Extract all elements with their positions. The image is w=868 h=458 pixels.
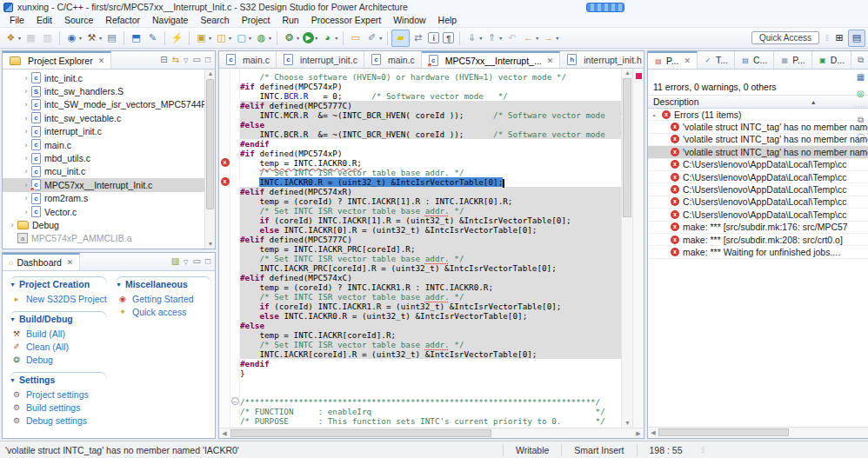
menu-item-navigate[interactable]: Navigate <box>146 14 194 27</box>
highlight-edit-button[interactable]: ▰ <box>391 30 410 47</box>
menu-item-run[interactable]: Run <box>276 14 304 27</box>
mark-occurrences-button[interactable]: i <box>426 30 441 47</box>
menu-item-source[interactable]: Source <box>58 14 99 27</box>
scroll-up-icon[interactable]: ▲ <box>205 70 216 78</box>
new-c-file-button[interactable]: ▢▾ <box>233 30 253 47</box>
menu-item-search[interactable]: Search <box>194 14 235 27</box>
expander-icon[interactable]: › <box>22 74 30 83</box>
dashboard-link-debug-settings[interactable]: ⚙Debug settings <box>10 414 107 427</box>
open-perspective-button[interactable]: ⊞ <box>831 30 848 47</box>
save-all-button[interactable]: ▥ <box>39 30 56 47</box>
restore-minimized-view-icon[interactable]: ⧉ <box>855 54 867 66</box>
tree-item-debug[interactable]: ›Debug <box>3 218 204 231</box>
scroll-thumb[interactable] <box>623 78 631 217</box>
flash-button[interactable]: ⚡ <box>169 30 185 47</box>
dashboard-link-new-s32ds-project[interactable]: ▸New S32DS Project <box>10 292 107 305</box>
expander-icon[interactable]: › <box>22 154 30 163</box>
previous-annotation-button[interactable]: ⇑▾ <box>484 30 504 47</box>
editor-horizontal-scrollbar[interactable]: ◀ ▶ <box>218 428 644 439</box>
menu-item-help[interactable]: Help <box>432 14 464 27</box>
build-button[interactable]: ⚒▾ <box>83 30 103 47</box>
tree-item-mpc57xx-interrupt-init-c[interactable]: ›cxMPC57xx__Interrupt_Init.c <box>3 178 204 191</box>
tab-debugger-console[interactable]: ▣D... <box>812 51 851 69</box>
tree-item-intc-init-c[interactable]: ›cintc_init.c <box>3 71 204 84</box>
section-header-settings[interactable]: ▼Settings <box>10 375 107 385</box>
expander-icon[interactable]: › <box>22 87 30 96</box>
section-header-project-creation[interactable]: ▼Project Creation <box>10 279 107 289</box>
tab-project-explorer[interactable]: Project Explorer ✕ <box>3 51 111 69</box>
project-tree-scrollbar[interactable]: ▲ ▼ <box>204 70 215 249</box>
tree-item-vector-c[interactable]: ›cVector.c <box>3 205 204 218</box>
problem-row-8[interactable]: xC:\Users\lenovo\AppData\Local\Temp\ccfi <box>648 209 868 221</box>
tree-item-main-c[interactable]: ›cmain.c <box>3 138 204 151</box>
outline-view-icon[interactable]: ▦ <box>855 70 867 83</box>
chevron-down-icon[interactable]: ▾ <box>536 35 538 41</box>
problem-row-11[interactable]: xmake: *** Waiting for unfinished jobs..… <box>648 246 868 258</box>
error-marker-icon[interactable]: x <box>221 158 230 167</box>
problem-row-5[interactable]: xC:\Users\lenovo\AppData\Local\Temp\ccfi <box>648 171 868 183</box>
scroll-left-icon[interactable]: ◀ <box>648 428 658 437</box>
problem-row-10[interactable]: xmake: *** [src/subdir.mk:208: src/crt0.… <box>648 234 868 246</box>
problem-row-1[interactable]: x'volatile struct INTC_tag' has no membe… <box>648 121 868 133</box>
editor-tab-mpc57xx-interrupt[interactable]: cxMPC57xx__Interrupt_...✕ <box>422 51 560 68</box>
chevron-down-icon[interactable]: ▾ <box>335 35 337 41</box>
error-marker-icon[interactable]: x <box>221 177 230 186</box>
open-element-button[interactable]: ▭ <box>347 30 364 47</box>
tree-item-interrupt-init-c[interactable]: ›cinterrupt_init.c <box>3 125 204 138</box>
expander-icon[interactable]: › <box>22 167 30 176</box>
problem-row-4[interactable]: xC:\Users\lenovo\AppData\Local\Temp\ccfi <box>648 159 868 171</box>
chevron-down-icon[interactable]: ▾ <box>379 35 382 41</box>
dashboard-link-debug[interactable]: ❂Debug <box>10 353 107 366</box>
column-description[interactable]: Description ▲ <box>648 96 868 108</box>
scroll-thumb[interactable] <box>658 428 789 436</box>
tree-item-rom2ram-s[interactable]: ›crom2ram.s <box>3 192 204 205</box>
emulator-button[interactable]: ⬒ <box>128 30 144 47</box>
chevron-down-icon[interactable]: ▾ <box>79 35 82 41</box>
minimize-view-icon[interactable]: ▭ <box>193 257 201 266</box>
maximize-view-icon[interactable]: □ <box>205 56 210 64</box>
chevron-down-icon[interactable]: ▾ <box>99 35 102 41</box>
last-edit-location-button[interactable]: ↶ <box>504 30 520 47</box>
tree-item-intc-sw-vectable-c[interactable]: ›cintc_sw_vectable.c <box>3 111 204 124</box>
menu-item-refactor[interactable]: Refactor <box>99 14 146 27</box>
chevron-down-icon[interactable]: ▾ <box>479 35 482 41</box>
problem-row-3[interactable]: x'volatile struct INTC_tag' has no membe… <box>648 146 868 158</box>
chevron-down-icon[interactable]: ▾ <box>18 35 21 41</box>
s32ds-tools-button[interactable]: ◉▾ <box>63 30 83 47</box>
expander-icon[interactable]: › <box>22 114 30 123</box>
maximize-view-icon[interactable]: □ <box>205 257 210 266</box>
menu-item-processor-expert[interactable]: Processor Expert <box>305 14 388 27</box>
problem-row-6[interactable]: xC:\Users\lenovo\AppData\Local\Temp\ccfi <box>648 183 868 196</box>
chevron-down-icon[interactable]: ▾ <box>269 35 271 41</box>
menu-item-window[interactable]: Window <box>387 14 431 27</box>
tree-item-mbd-utils-c[interactable]: ›cmbd_utils.c <box>3 151 204 164</box>
expander-icon[interactable]: › <box>22 194 30 202</box>
editor-vertical-scrollbar[interactable]: ▲ ▼ <box>621 69 632 428</box>
scroll-left-icon[interactable]: ◀ <box>219 428 230 438</box>
menu-item-file[interactable]: File <box>3 14 30 27</box>
tab-dashboard[interactable]: ⌂ Dashboard ✕ <box>3 253 80 270</box>
cpp-perspective-button[interactable]: ▤ <box>848 30 865 47</box>
chevron-down-icon[interactable]: ▾ <box>229 35 231 41</box>
chevron-down-icon[interactable]: ▾ <box>209 35 211 41</box>
chevron-down-icon[interactable]: ▾ <box>556 35 558 41</box>
tree-item-mpc574xp-ammclib-a[interactable]: aMPC574xP_AMMCLIB.a <box>3 232 204 245</box>
problems-group-errors[interactable]: ⌄xErrors (11 items) <box>648 109 868 121</box>
tree-item-mcu-init-c[interactable]: ›cmcu_init.c <box>3 165 204 178</box>
back-button[interactable]: ←▾ <box>520 30 540 47</box>
tree-item-intc-sw-mode-isr-vectors-mpc5744p-c[interactable]: ›cintc_SW_mode_isr_vectors_MPC5744P.c <box>3 98 204 111</box>
console-panel-icon[interactable]: ▢ <box>855 130 867 143</box>
editor-tab-main-c[interactable]: cmain.c <box>364 51 422 68</box>
view-menu-icon[interactable]: ▽ <box>184 259 188 265</box>
save-button[interactable]: ▦ <box>23 30 39 47</box>
dashboard-link-clean-all[interactable]: ✐Clean (All) <box>10 340 107 353</box>
view-menu-icon[interactable]: ▽ <box>184 57 188 63</box>
tab-console[interactable]: ▤C... <box>735 51 774 69</box>
new-s32ds-project-button[interactable]: ◫▾ <box>213 30 233 47</box>
chevron-down-icon[interactable]: ▾ <box>297 35 299 41</box>
quick-access-box[interactable]: Quick Access <box>751 31 819 44</box>
chevron-down-icon[interactable]: ▾ <box>315 35 317 41</box>
expander-icon[interactable]: › <box>22 141 30 149</box>
tree-item-intc-sw-handlers-s[interactable]: ›Sintc_sw_handlers.S <box>3 84 204 97</box>
ime-language-bar[interactable] <box>586 3 624 12</box>
